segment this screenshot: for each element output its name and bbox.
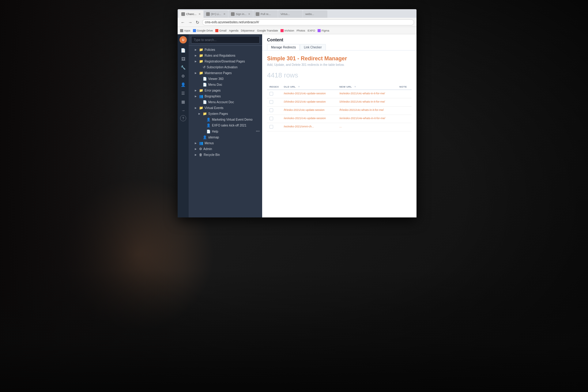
bookmark-agenda[interactable]: Agenda bbox=[229, 29, 239, 32]
table-row: /en/esko-2021/c4c-update-session /en/esk… bbox=[267, 115, 412, 123]
checkbox-cell-4[interactable] bbox=[267, 115, 281, 123]
help-doc-icon: 📄 bbox=[206, 130, 211, 134]
policies-folder-icon: 📁 bbox=[199, 48, 203, 52]
checkbox-cell-2[interactable] bbox=[267, 98, 281, 107]
arrow-nav-icon[interactable]: → bbox=[179, 107, 187, 114]
checkbox-cell-3[interactable] bbox=[267, 107, 281, 115]
col-new-url[interactable]: NEW URL ▼ bbox=[337, 84, 397, 90]
user-nav-icon[interactable]: 👤 bbox=[179, 81, 187, 88]
bookmark-label-agenda: Agenda bbox=[229, 29, 239, 32]
tab-3[interactable]: Pull re... bbox=[253, 10, 278, 18]
image-nav-icon[interactable]: 🖼 bbox=[179, 55, 187, 62]
browser-tab-bar: Chanc... ✕ (9+) Li... ✕ Sign in... ✕ Pul… bbox=[178, 9, 417, 18]
recyclebin-label: Recycle Bin bbox=[204, 153, 220, 156]
tab-close-1[interactable]: ✕ bbox=[223, 13, 226, 16]
tree-item-error[interactable]: ▶ 📁 Error pages bbox=[189, 88, 262, 93]
table-header: REGEX OLD URL ▼ NEW URL ▼ bbox=[267, 84, 412, 90]
content-tab-bar: Manage Redirects Link Checker bbox=[267, 44, 412, 50]
tree-item-marketing-demo[interactable]: 👤 Marketing Virtual Event Demo bbox=[189, 117, 262, 123]
forward-button[interactable]: → bbox=[187, 20, 193, 25]
tree-item-help[interactable]: 📄 Help ••• bbox=[189, 128, 262, 134]
address-text: cms-exfo.azurewebsites.net/umbraco/#/ bbox=[205, 21, 259, 24]
tree-item-systempages[interactable]: ▶ 📁 System Pages bbox=[189, 111, 262, 117]
gear-nav-icon[interactable]: ⚙ bbox=[179, 72, 187, 80]
bookmark-exfo[interactable]: EXFO bbox=[308, 29, 315, 32]
list-nav-icon[interactable]: ☰ bbox=[179, 89, 187, 97]
checkbox-3[interactable] bbox=[270, 108, 273, 112]
checkbox-cell-5[interactable] bbox=[267, 123, 281, 131]
tree-item-exfo-kickoff[interactable]: 👤 EXFO sales kick-off 2021 bbox=[189, 123, 262, 128]
new-url-cell-5: ... bbox=[337, 123, 397, 131]
tab-label-active: Chanc... bbox=[186, 13, 197, 16]
cms-logo[interactable]: U bbox=[179, 36, 187, 43]
note-label: NOTE bbox=[399, 85, 407, 88]
old-url-4: /en/esko-2021/c4c-update-session bbox=[284, 117, 326, 120]
tab-5[interactable]: webs... bbox=[303, 10, 327, 18]
tree-item-maintenance[interactable]: ▶ 📁 Maintenance Pages bbox=[189, 70, 262, 76]
menus-label: Menus bbox=[205, 141, 214, 145]
old-url-1: /es/esko-2021/c4c-update-session bbox=[284, 92, 326, 95]
tab-active[interactable]: Chanc... ✕ bbox=[179, 10, 203, 18]
checkbox-5[interactable] bbox=[270, 125, 273, 129]
checkbox-cell-1[interactable] bbox=[267, 90, 281, 98]
search-input[interactable]: Type to search... bbox=[191, 36, 260, 43]
tab-manage-redirects[interactable]: Manage Redirects bbox=[267, 44, 300, 50]
search-area: Type to search... bbox=[189, 34, 262, 46]
tree-item-subscription[interactable]: ↺ Subscription Activation bbox=[189, 64, 262, 70]
bookmark-gmail[interactable]: Gmail bbox=[215, 29, 227, 32]
wrench-nav-icon[interactable]: 🔧 bbox=[179, 64, 187, 71]
table-row: /es/esko-2021/omni-ch... ... bbox=[267, 123, 412, 131]
tab-4[interactable]: Virtus... bbox=[278, 10, 303, 18]
registration-arrow: ▶ bbox=[195, 60, 198, 63]
tab-favicon-1 bbox=[206, 12, 210, 16]
tab-1[interactable]: (9+) Li... ✕ bbox=[204, 10, 228, 18]
menudoc-label: Menu Doc bbox=[208, 83, 222, 86]
tree-item-menuaccountdoc[interactable]: 📄 Menu Account Doc bbox=[189, 99, 262, 105]
help-more-icon[interactable]: ••• bbox=[256, 129, 260, 134]
figma-icon bbox=[318, 29, 321, 32]
col-old-url[interactable]: OLD URL ▼ bbox=[281, 84, 337, 90]
grid-nav-icon[interactable]: ▦ bbox=[179, 98, 187, 105]
bookmark-apps[interactable]: Apps bbox=[180, 29, 190, 32]
tree-item-rules[interactable]: ▶ 📁 Rules and Regulations bbox=[189, 53, 262, 58]
tree-item-viewer360[interactable]: 📄 Viewer 360 bbox=[189, 76, 262, 82]
tab-2[interactable]: Sign in... ✕ bbox=[228, 10, 253, 18]
bookmark-figma[interactable]: Figma bbox=[318, 29, 329, 32]
checkbox-2[interactable] bbox=[270, 100, 273, 104]
bookmark-depanneur[interactable]: Dépanneur bbox=[241, 29, 255, 32]
bookmark-photos[interactable]: Photos bbox=[297, 29, 305, 32]
checkbox-4[interactable] bbox=[270, 117, 273, 120]
tree-item-menudoc[interactable]: 📄 Menu Doc bbox=[189, 82, 262, 88]
recyclebin-arrow: ▶ bbox=[195, 153, 198, 156]
bookmark-drive[interactable]: Google Drive bbox=[193, 29, 213, 32]
tab-close-2[interactable]: ✕ bbox=[248, 13, 251, 16]
bookmark-invision[interactable]: InVision bbox=[281, 29, 294, 32]
rules-label: Rules and Regulations bbox=[205, 54, 236, 57]
old-url-5: /es/esko-2021/omni-ch... bbox=[284, 125, 314, 128]
tree-item-biographies[interactable]: ▶ 👥 Biographies bbox=[189, 93, 262, 99]
tree-item-policies[interactable]: ▶ 📁 Policies bbox=[189, 47, 262, 53]
address-bar[interactable]: cms-exfo.azurewebsites.net/umbraco/#/ bbox=[202, 19, 414, 25]
checkbox-1[interactable] bbox=[270, 92, 273, 96]
tab-link-checker[interactable]: Link Checker bbox=[300, 44, 326, 50]
document-nav-icon[interactable]: 📄 bbox=[179, 47, 187, 54]
tree-item-sitemap[interactable]: 👤 sitemap bbox=[189, 134, 262, 140]
error-label: Error pages bbox=[205, 89, 221, 92]
virtualevents-label: Virtual Events bbox=[205, 106, 224, 110]
policies-label: Policies bbox=[205, 48, 215, 51]
tree-item-recyclebin[interactable]: ▶ 🗑 Recycle Bin bbox=[189, 152, 262, 157]
help-nav-icon[interactable]: ? bbox=[180, 115, 186, 121]
tree-item-admin[interactable]: ▶ ⚙ Admin bbox=[189, 146, 262, 152]
tab-close-icon[interactable]: ✕ bbox=[198, 13, 201, 16]
error-folder-icon: 📁 bbox=[199, 89, 203, 92]
note-cell-4 bbox=[397, 115, 412, 123]
biographies-icon: 👥 bbox=[199, 94, 203, 98]
refresh-button[interactable]: ↻ bbox=[195, 20, 200, 25]
tree-item-registration[interactable]: ▶ 📁 Registration/Download Pages bbox=[189, 58, 262, 64]
back-button[interactable]: ← bbox=[180, 20, 186, 25]
bookmark-label-translate: Google Translate bbox=[257, 29, 278, 32]
bookmark-translate[interactable]: Google Translate bbox=[257, 29, 278, 32]
systempages-arrow: ▶ bbox=[198, 112, 202, 115]
tree-item-menus[interactable]: ▶ 👥 Menus bbox=[189, 140, 262, 146]
tree-item-virtualevents[interactable]: ▶ 📁 Virtual Events bbox=[189, 105, 262, 111]
